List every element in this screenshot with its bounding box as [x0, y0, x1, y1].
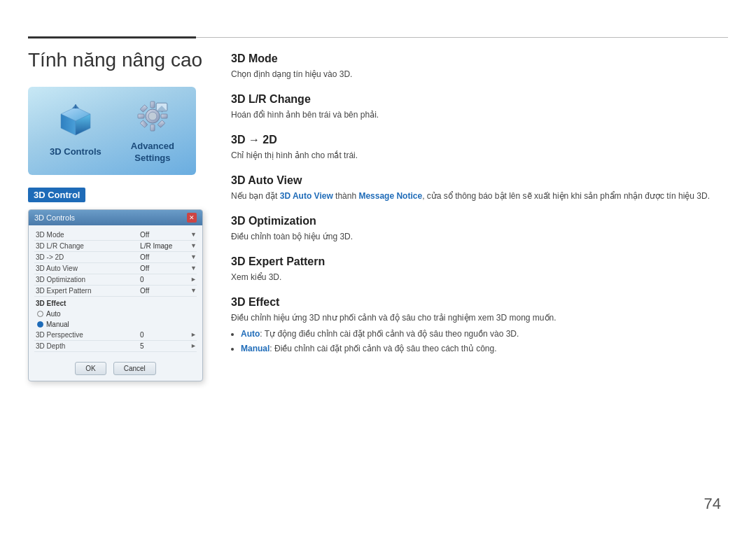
section-desc: Điều chỉnh hiệu ứng 3D như phối cảnh và … — [231, 311, 728, 355]
radio-label: Auto — [46, 310, 61, 318]
cube-icon — [57, 103, 94, 141]
right-section-auto_view: 3D Auto ViewNếu bạn đặt 3D Auto View thà… — [231, 174, 728, 202]
dialog-row: 3D ModeOff▼ — [34, 230, 197, 241]
right-column: 3D ModeChọn định dạng tín hiệu vào 3D.3D… — [231, 52, 728, 367]
rule-left — [28, 36, 196, 38]
svg-rect-9 — [161, 114, 167, 118]
svg-rect-10 — [140, 105, 148, 113]
gear-icon — [134, 97, 172, 135]
dialog-perspective-rows: 3D Perspective0►3D Depth5► — [34, 330, 197, 352]
icon-label-3d-controls: 3D Controls — [50, 146, 102, 158]
dialog-titlebar: 3D Controls ✕ — [29, 210, 202, 225]
page-title: Tính năng nâng cao — [28, 49, 238, 71]
rule-right — [196, 37, 728, 38]
radio-dot — [37, 311, 43, 317]
section-title: 3D → 2D — [231, 134, 728, 146]
icon-panel: 3D Controls — [28, 87, 196, 175]
dialog-cancel-button[interactable]: Cancel — [113, 362, 156, 375]
right-sections-container: 3D ModeChọn định dạng tín hiệu vào 3D.3D… — [231, 52, 728, 355]
section-title: 3D Expert Pattern — [231, 255, 728, 268]
right-section-optimization: 3D OptimizationĐiều chỉnh toàn bộ hiệu ứ… — [231, 215, 728, 243]
dialog-perspective-row: 3D Perspective0► — [34, 330, 197, 341]
right-section-lr_change: 3D L/R ChangeHoán đổi hình ảnh bên trái … — [231, 93, 728, 121]
section-title: 3D Mode — [231, 52, 728, 65]
svg-point-14 — [148, 112, 157, 120]
icon-label-advanced-settings: AdvancedSettings — [131, 141, 174, 164]
dialog-radios: AutoManual — [34, 309, 197, 330]
radio-label: Manual — [46, 321, 69, 328]
dialog-perspective-row: 3D Depth5► — [34, 341, 197, 352]
svg-rect-13 — [158, 120, 165, 128]
section-label: 3D Control — [28, 188, 85, 202]
svg-rect-8 — [138, 114, 144, 118]
svg-rect-12 — [140, 120, 148, 128]
icon-item-3d-controls[interactable]: 3D Controls — [50, 103, 102, 158]
svg-rect-6 — [150, 101, 155, 108]
dialog-close-button[interactable]: ✕ — [187, 213, 197, 223]
bullet-item: Manual: Điều chỉnh cài đặt phối cảnh và … — [241, 342, 728, 355]
dialog-ok-button[interactable]: OK — [75, 362, 106, 375]
section-desc: Điều chỉnh toàn bộ hiệu ứng 3D. — [231, 230, 728, 243]
bullet-prefix: Manual — [241, 344, 270, 353]
section-title: 3D L/R Change — [231, 93, 728, 106]
dialog-effect-header: 3D Effect — [34, 297, 197, 309]
dialog-row: 3D Auto ViewOff▼ — [34, 263, 197, 274]
dialog-footer: OK Cancel — [29, 356, 202, 381]
page-number: 74 — [704, 495, 721, 513]
section-title: 3D Auto View — [231, 174, 728, 187]
dialog-row: 3D Optimization0► — [34, 274, 197, 286]
dialog-title: 3D Controls — [34, 213, 75, 222]
section-desc: Nếu bạn đặt 3D Auto View thành Message N… — [231, 190, 728, 202]
radio-dot — [37, 321, 43, 328]
icon-item-advanced-settings[interactable]: AdvancedSettings — [131, 97, 174, 164]
right-section-expert_pattern: 3D Expert PatternXem kiểu 3D. — [231, 255, 728, 283]
svg-rect-7 — [150, 125, 155, 131]
right-section-3d_2d: 3D → 2DChỉ hiện thị hình ảnh cho mắt trá… — [231, 134, 728, 162]
highlight-text: Message Notice — [358, 191, 422, 201]
section-title: 3D Effect — [231, 296, 728, 309]
dialog-radio-row[interactable]: Auto — [34, 309, 197, 319]
top-rules — [28, 36, 728, 38]
dialog-box: 3D Controls ✕ 3D ModeOff▼3D L/R ChangeL/… — [28, 209, 203, 381]
dialog-rows: 3D ModeOff▼3D L/R ChangeL/R Image▼3D -> … — [34, 230, 197, 297]
bullet-item: Auto: Tự động điều chỉnh cài đặt phối cả… — [241, 328, 728, 340]
section-title: 3D Optimization — [231, 215, 728, 227]
section-desc: Chọn định dạng tín hiệu vào 3D. — [231, 68, 728, 80]
right-section-mode: 3D ModeChọn định dạng tín hiệu vào 3D. — [231, 52, 728, 80]
dialog-row: 3D -> 2DOff▼ — [34, 252, 197, 263]
dialog-radio-row[interactable]: Manual — [34, 319, 197, 330]
dialog-row: 3D Expert PatternOff▼ — [34, 286, 197, 297]
right-section-effect: 3D EffectĐiều chỉnh hiệu ứng 3D như phối… — [231, 296, 728, 355]
bullet-prefix: Auto — [241, 329, 260, 339]
dialog-body: 3D ModeOff▼3D L/R ChangeL/R Image▼3D -> … — [29, 225, 202, 356]
dialog-row: 3D L/R ChangeL/R Image▼ — [34, 241, 197, 252]
section-desc: Xem kiểu 3D. — [231, 271, 728, 283]
highlight-text: 3D Auto View — [280, 191, 333, 201]
section-desc: Chỉ hiện thị hình ảnh cho mắt trái. — [231, 149, 728, 162]
section-desc: Hoán đổi hình ảnh bên trái và bên phải. — [231, 108, 728, 121]
left-column: Tính năng nâng cao — [28, 49, 238, 381]
